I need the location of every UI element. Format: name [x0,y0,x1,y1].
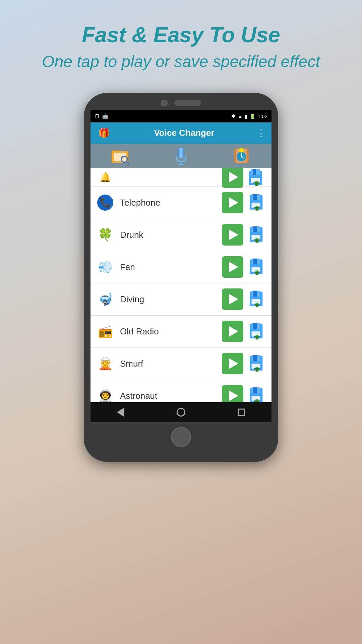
save-button[interactable] [246,256,267,278]
table-row: 🔔 [90,168,272,187]
save-button[interactable] [246,321,267,342]
fan-icon: 💨 [95,256,116,278]
effects-list: 🔔 [90,168,272,402]
svg-rect-6 [178,148,184,158]
play-button[interactable] [222,168,243,188]
svg-text:📞: 📞 [100,197,111,208]
svg-rect-48 [253,323,257,329]
app-bar-icon: 🎁 [96,125,112,141]
signal-icon: ▮ [245,113,247,119]
diving-icon: 🤿 [95,288,116,310]
play-button[interactable] [222,353,243,374]
phone-outer: 🗓 🤖 ✱ ▲ ▮ 🔋 1:02 🎁 Voice Changer ⋮ [84,93,278,462]
svg-rect-54 [253,355,257,361]
effect-name: Telephone [120,198,219,208]
effect-name: Diving [120,294,219,305]
overflow-menu-button[interactable]: ⋮ [256,127,266,139]
nav-home-button[interactable] [171,405,191,420]
files-tab[interactable] [110,145,131,167]
app-bar: 🎁 Voice Changer ⋮ [90,122,272,144]
astronaut-icon: 👨‍🚀 [95,385,116,402]
list-item: 📻 Old Radio [90,316,272,348]
nav-back-button[interactable] [111,405,131,420]
effect-name: Astronaut [120,391,219,401]
save-button[interactable] [246,192,267,213]
history-tab[interactable] [231,145,252,167]
drunk-icon: 🍀 [95,224,116,246]
phone-screen: 🗓 🤖 ✱ ▲ ▮ 🔋 1:02 🎁 Voice Changer ⋮ [90,110,272,422]
play-button[interactable] [222,288,243,310]
headline1: Fast & Easy To Use [42,20,320,50]
svg-rect-30 [253,226,257,232]
status-time: 1:02 [258,113,267,119]
app-bar-title: Voice Changer [112,128,256,138]
old-radio-icon: 📻 [95,321,116,342]
save-button[interactable] [246,224,267,246]
status-icon-calendar: 🗓 [95,113,100,119]
svg-rect-24 [253,194,257,200]
svg-rect-36 [253,259,257,264]
bluetooth-icon: ✱ [231,113,236,119]
telephone-icon: 📞 [95,192,116,213]
list-item: 🍀 Drunk [90,219,272,251]
battery-icon: 🔋 [249,113,256,119]
nav-recent-button[interactable] [231,405,251,420]
list-item: 📞 Telephone [90,187,272,219]
record-tab[interactable] [170,145,192,167]
top-text-section: Fast & Easy To Use One tap to play or sa… [42,20,320,73]
effect-name: Old Radio [120,326,219,337]
phone-speaker [174,100,201,106]
list-item: 🧝 Smurf [90,348,272,380]
play-button[interactable] [222,321,243,342]
status-bar: 🗓 🤖 ✱ ▲ ▮ 🔋 1:02 [90,110,272,122]
wifi-icon: ▲ [238,113,243,119]
list-item: 🤿 Diving [90,283,272,316]
svg-rect-60 [253,387,257,393]
bottom-nav [90,402,272,422]
list-item: 👨‍🚀 Astronaut [90,380,272,402]
phone-camera [161,100,168,106]
phone-home-button[interactable] [171,427,191,447]
effect-name: Fan [120,262,219,272]
effect-name: Drunk [120,230,219,240]
status-icon-android: 🤖 [102,113,109,119]
play-button[interactable] [222,224,243,246]
headline2: One tap to play or save specified effect [42,50,320,73]
effect-icon: 🔔 [95,168,116,188]
save-button[interactable] [246,168,267,188]
play-button[interactable] [222,192,243,213]
smurf-icon: 🧝 [95,353,116,374]
save-button[interactable] [246,353,267,374]
tab-bar [90,144,272,168]
svg-rect-42 [253,291,257,297]
svg-rect-2 [114,153,126,161]
play-button[interactable] [222,385,243,402]
list-item: 💨 Fan [90,251,272,283]
svg-rect-16 [253,169,256,175]
save-button[interactable] [246,385,267,402]
save-button[interactable] [246,288,267,310]
effect-name: Smurf [120,359,219,369]
play-button[interactable] [222,256,243,278]
